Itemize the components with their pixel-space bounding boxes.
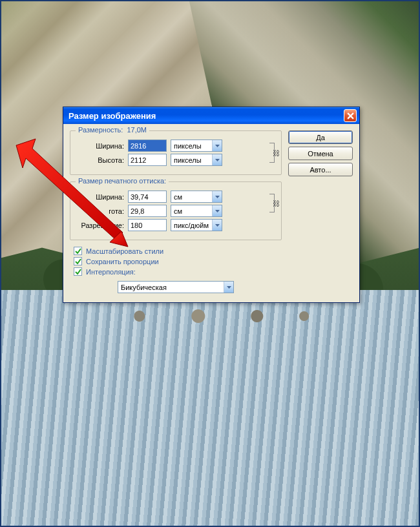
resolution-label: Разрешение: (76, 222, 124, 229)
close-icon (347, 112, 354, 119)
link-icon: ⛓ (272, 149, 280, 158)
constrain-proportions-label: Сохранить пропорции (86, 258, 159, 265)
resample-label: Интерполяция: (86, 268, 136, 276)
px-height-input[interactable] (128, 154, 167, 166)
titlebar[interactable]: Размер изображения (63, 107, 359, 124)
px-width-label: Ширина: (76, 142, 124, 150)
dialog-title: Размер изображения (68, 111, 156, 121)
chevron-down-icon (215, 145, 220, 147)
close-button[interactable] (344, 109, 357, 122)
check-icon (75, 248, 81, 254)
resample-checkbox[interactable] (74, 267, 82, 276)
doc-height-unit-select[interactable]: см (171, 205, 222, 217)
doc-width-input[interactable] (128, 191, 167, 203)
chevron-down-icon (215, 196, 220, 198)
doc-width-label: Ширина: (76, 193, 124, 201)
ok-button[interactable]: Да (288, 130, 353, 144)
print-size-legend: Размер печатного оттиска: (76, 177, 169, 185)
interpolation-select[interactable]: Бикубическая (118, 281, 234, 293)
constrain-proportions-checkbox[interactable] (74, 257, 82, 265)
doc-height-input[interactable] (128, 205, 167, 217)
px-width-input[interactable] (128, 140, 167, 152)
auto-button[interactable]: Авто... (288, 163, 353, 176)
scale-styles-label: Масштабировать стили (86, 247, 163, 255)
px-width-unit-select[interactable]: пикселы (171, 140, 222, 152)
chevron-down-icon (215, 210, 220, 212)
chevron-down-icon (215, 159, 220, 161)
pixel-dimensions-group: Размерность: 17,0M Ширина: пикселы (70, 130, 282, 175)
check-icon (75, 258, 81, 265)
resolution-unit-select[interactable]: пикс/дюйм (171, 219, 222, 231)
doc-height-label: гота: (76, 207, 124, 215)
resolution-input[interactable] (128, 219, 167, 231)
check-icon (75, 269, 81, 275)
chevron-down-icon (227, 286, 231, 289)
scale-styles-checkbox[interactable] (74, 247, 82, 255)
doc-link-bracket: ⛓ (267, 191, 276, 215)
image-size-dialog: Размер изображения Размерность: 17,0M Ши… (63, 107, 360, 303)
px-height-unit-select[interactable]: пикселы (171, 154, 222, 166)
cancel-button[interactable]: Отмена (288, 147, 353, 160)
pixel-dimensions-legend: Размерность: 17,0M (76, 126, 149, 134)
print-size-group: Размер печатного оттиска: Ширина: см (70, 181, 282, 240)
link-icon: ⛓ (272, 199, 280, 208)
px-link-bracket: ⛓ (267, 140, 276, 165)
doc-width-unit-select[interactable]: см (171, 191, 222, 203)
px-height-label: Высота: (76, 156, 124, 164)
chevron-down-icon (215, 224, 220, 227)
